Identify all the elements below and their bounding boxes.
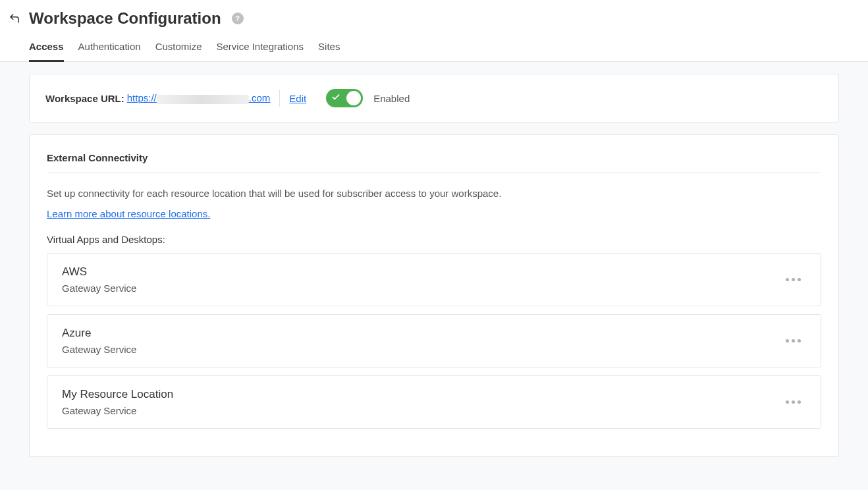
- enable-toggle[interactable]: [326, 89, 363, 107]
- enable-toggle-group: Enabled: [326, 89, 410, 107]
- toggle-knob: [346, 91, 361, 105]
- resource-info: My Resource Location Gateway Service: [62, 388, 173, 416]
- resource-name: Azure: [62, 327, 136, 340]
- more-icon[interactable]: [780, 273, 806, 286]
- resource-card: My Resource Location Gateway Service: [47, 375, 821, 429]
- resource-info: Azure Gateway Service: [62, 327, 136, 355]
- subsection-label: Virtual Apps and Desktops:: [47, 234, 821, 245]
- resource-type: Gateway Service: [62, 283, 136, 294]
- more-icon[interactable]: [780, 395, 806, 409]
- resource-name: AWS: [62, 265, 136, 279]
- workspace-url-link[interactable]: https://.com: [127, 92, 271, 103]
- tab-sites[interactable]: Sites: [318, 34, 340, 62]
- divider: [279, 90, 280, 107]
- check-icon: [331, 93, 340, 104]
- page-title: Workspace Configuration: [29, 9, 221, 28]
- section-title: External Connectivity: [47, 152, 821, 173]
- workspace-url-redacted: [157, 95, 249, 104]
- learn-more-link[interactable]: Learn more about resource locations.: [47, 208, 210, 219]
- workspace-url-suffix: .com: [249, 92, 271, 103]
- resource-type: Gateway Service: [62, 344, 136, 355]
- back-arrow-icon[interactable]: [8, 12, 21, 25]
- tab-bar: Access Authentication Customize Service …: [0, 34, 868, 62]
- tab-service-integrations[interactable]: Service Integrations: [216, 34, 304, 62]
- more-icon[interactable]: [780, 334, 806, 348]
- tab-authentication[interactable]: Authentication: [78, 34, 141, 62]
- workspace-url-card: Workspace URL: https://.com Edit Enabled: [29, 74, 839, 122]
- page-header: Workspace Configuration ?: [0, 0, 868, 34]
- workspace-url-prefix: https://: [127, 92, 157, 103]
- resource-type: Gateway Service: [62, 405, 173, 416]
- content-area: Workspace URL: https://.com Edit Enabled…: [0, 62, 868, 490]
- tab-customize[interactable]: Customize: [155, 34, 202, 62]
- external-connectivity-card: External Connectivity Set up connectivit…: [29, 134, 839, 457]
- toggle-state-label: Enabled: [373, 93, 410, 104]
- resource-card: Azure Gateway Service: [47, 314, 821, 368]
- edit-link[interactable]: Edit: [289, 93, 306, 104]
- resource-card: AWS Gateway Service: [47, 253, 821, 306]
- workspace-url-label: Workspace URL:: [45, 93, 124, 104]
- help-icon[interactable]: ?: [232, 13, 244, 24]
- resource-name: My Resource Location: [62, 388, 173, 401]
- resource-info: AWS Gateway Service: [62, 265, 136, 294]
- section-description: Set up connectivity for each resource lo…: [47, 188, 821, 199]
- tab-access[interactable]: Access: [29, 34, 64, 62]
